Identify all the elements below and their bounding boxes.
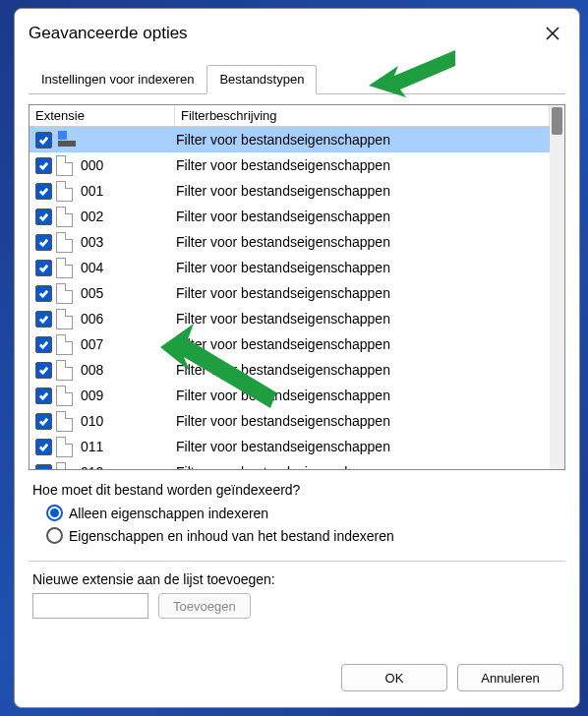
- extension-text: 004: [81, 260, 103, 275]
- filter-description-cell: Filter voor bestandseigenschappen: [172, 234, 550, 250]
- extension-cell: 001: [56, 181, 172, 202]
- filetype-checkbox[interactable]: [35, 132, 52, 149]
- scrollbar-thumb[interactable]: [552, 107, 562, 135]
- file-icon: [56, 207, 73, 227]
- extension-text: 005: [81, 285, 103, 301]
- list-item[interactable]: 001Filter voor bestandseigenschappen: [29, 178, 550, 204]
- filter-description-cell: Filter voor bestandseigenschappen: [172, 311, 550, 327]
- list-item[interactable]: 008Filter voor bestandseigenschappen: [29, 357, 550, 383]
- column-header-filter[interactable]: Filterbeschrijving: [175, 105, 550, 126]
- new-extension-input[interactable]: [32, 593, 148, 619]
- filter-description-cell: Filter voor bestandseigenschappen: [172, 183, 550, 199]
- radio-props-only[interactable]: Alleen eigenschappen indexeren: [46, 505, 565, 521]
- filetype-checkbox[interactable]: [35, 183, 52, 200]
- extension-cell: 002: [56, 207, 172, 227]
- filetype-checkbox[interactable]: [35, 336, 52, 353]
- extension-cell: 005: [56, 283, 172, 304]
- ok-button[interactable]: OK: [341, 664, 447, 691]
- radio-props-only-label: Alleen eigenschappen indexeren: [69, 506, 268, 521]
- extension-cell: 004: [56, 258, 172, 278]
- filetype-checkbox[interactable]: [35, 413, 52, 430]
- file-icon: [56, 283, 73, 304]
- indexing-question-label: Hoe moet dit bestand worden geïndexeerd?: [32, 482, 563, 498]
- extension-cell: 000: [56, 155, 172, 176]
- filetype-checkbox[interactable]: [35, 209, 52, 225]
- filter-description-cell: Filter voor bestandseigenschappen: [172, 362, 550, 378]
- list-item[interactable]: Filter voor bestandseigenschappen: [29, 127, 550, 152]
- file-icon: [56, 437, 73, 457]
- filter-description-cell: Filter voor bestandseigenschappen: [172, 285, 550, 301]
- file-icon: [56, 411, 73, 432]
- tab-filetypes[interactable]: Bestandstypen: [206, 65, 317, 94]
- filter-description-cell: Filter voor bestandseigenschappen: [172, 209, 550, 224]
- list-header: Extensie Filterbeschrijving: [29, 105, 550, 127]
- file-icon: [56, 232, 73, 253]
- extension-cell: 006: [56, 309, 172, 329]
- extension-text: 009: [81, 388, 103, 403]
- extension-text: 001: [81, 183, 103, 199]
- tab-indexing-settings[interactable]: Instellingen voor indexeren: [29, 65, 206, 94]
- cancel-button[interactable]: Annuleren: [457, 664, 563, 691]
- filter-description-cell: Filter voor bestandseigenschappen: [172, 388, 550, 403]
- list-item[interactable]: 010Filter voor bestandseigenschappen: [29, 408, 550, 434]
- list-item[interactable]: 003Filter voor bestandseigenschappen: [29, 229, 550, 255]
- filetype-checkbox[interactable]: [35, 234, 52, 251]
- extension-cell: 009: [56, 386, 172, 406]
- advanced-options-dialog: Geavanceerde opties Instellingen voor in…: [14, 8, 580, 708]
- filetype-checkbox[interactable]: [35, 157, 52, 174]
- filetype-checkbox[interactable]: [35, 464, 52, 470]
- list-item[interactable]: 011Filter voor bestandseigenschappen: [29, 434, 550, 459]
- radio-props-only-button[interactable]: [46, 505, 63, 521]
- file-icon: [56, 386, 73, 406]
- radio-props-content[interactable]: Eigenschappen en inhoud van het bestand …: [46, 527, 565, 544]
- list-scrollbar[interactable]: [550, 105, 564, 469]
- radio-props-content-label: Eigenschappen en inhoud van het bestand …: [69, 528, 394, 544]
- extension-text: 011: [81, 439, 103, 454]
- filetype-checkbox[interactable]: [35, 311, 52, 328]
- file-icon: [56, 462, 73, 470]
- list-item[interactable]: 007Filter voor bestandseigenschappen: [29, 331, 550, 357]
- filter-description-cell: Filter voor bestandseigenschappen: [172, 260, 550, 275]
- list-item[interactable]: 004Filter voor bestandseigenschappen: [29, 255, 550, 280]
- file-icon: [56, 258, 73, 278]
- extension-cell: 011: [56, 437, 172, 457]
- close-icon: [546, 27, 559, 40]
- filetype-checkbox[interactable]: [35, 362, 52, 379]
- list-item[interactable]: 012Filter voor bestandseigenschappen: [29, 459, 550, 469]
- list-item[interactable]: 002Filter voor bestandseigenschappen: [29, 204, 550, 229]
- list-item[interactable]: 000Filter voor bestandseigenschappen: [29, 152, 550, 178]
- extension-cell: 007: [56, 334, 172, 355]
- extension-text: 012: [81, 464, 103, 469]
- extension-cell: 012: [56, 462, 172, 470]
- file-icon: [56, 155, 73, 176]
- list-item[interactable]: 006Filter voor bestandseigenschappen: [29, 306, 550, 331]
- filetype-checkbox[interactable]: [35, 388, 52, 404]
- dialog-footer: OK Annuleren: [15, 652, 579, 707]
- extension-text: 010: [81, 413, 103, 429]
- close-button[interactable]: [540, 21, 565, 46]
- extension-text: 007: [81, 336, 103, 352]
- filetype-checkbox[interactable]: [35, 439, 52, 455]
- program-icon: [56, 131, 78, 149]
- add-extension-button[interactable]: Toevoegen: [158, 593, 251, 619]
- filter-description-cell: Filter voor bestandseigenschappen: [172, 464, 550, 469]
- filetype-checkbox[interactable]: [35, 260, 52, 276]
- extension-cell: 003: [56, 232, 172, 253]
- extension-cell: [56, 131, 172, 149]
- file-icon: [56, 334, 73, 355]
- radio-props-content-button[interactable]: [46, 527, 63, 544]
- filter-description-cell: Filter voor bestandseigenschappen: [172, 439, 550, 454]
- add-extension-label: Nieuwe extensie aan de lijst toevoegen:: [32, 571, 565, 587]
- file-icon: [56, 309, 73, 329]
- column-header-extension[interactable]: Extensie: [29, 105, 175, 126]
- list-item[interactable]: 009Filter voor bestandseigenschappen: [29, 383, 550, 408]
- list-item[interactable]: 005Filter voor bestandseigenschappen: [29, 280, 550, 306]
- filetype-checkbox[interactable]: [35, 285, 52, 302]
- filter-description-cell: Filter voor bestandseigenschappen: [172, 413, 550, 429]
- titlebar: Geavanceerde opties: [15, 9, 579, 54]
- file-icon: [56, 360, 73, 381]
- window-title: Geavanceerde opties: [29, 24, 188, 43]
- extension-text: 006: [81, 311, 103, 327]
- section-divider: [29, 561, 565, 562]
- filetype-list: Extensie Filterbeschrijving Filter voor …: [29, 104, 565, 470]
